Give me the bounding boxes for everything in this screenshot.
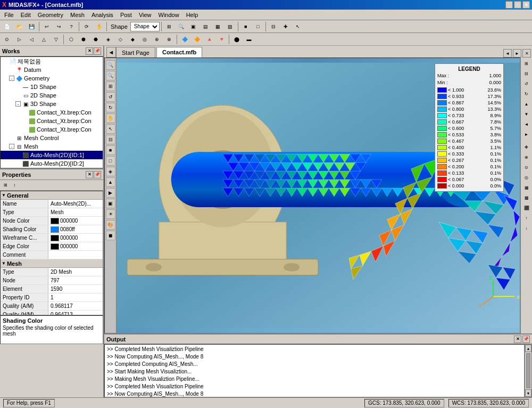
- maximize-button[interactable]: □: [514, 1, 521, 9]
- vp-zoom-out[interactable]: 🔍: [106, 71, 115, 80]
- vp-front[interactable]: ▶: [106, 188, 115, 198]
- rt-11[interactable]: ⊙: [522, 162, 531, 172]
- tree-toggle[interactable]: -: [9, 76, 14, 81]
- tree-toggle[interactable]: -: [9, 144, 14, 149]
- view-top[interactable]: ▦: [212, 21, 224, 32]
- output-scrollbar[interactable]: ▲ ▼: [525, 344, 532, 397]
- tb2-1[interactable]: ⊙: [1, 34, 13, 45]
- tb2-4[interactable]: △: [38, 34, 49, 45]
- general-section-header[interactable]: ▼ General: [1, 191, 103, 200]
- tb2-20[interactable]: ▬: [243, 34, 255, 45]
- works-header-buttons[interactable]: ✕ 📌: [86, 47, 101, 55]
- tree-item[interactable]: ⬛Auto-Mesh(2D)[ID:1]: [1, 151, 103, 159]
- viewport[interactable]: 🔍 🔍 ⊞ ↺ ↻ ✋ ↖ ⊟ ■ □ ◈ ▲ ▶ ▣ ☀ 🎨 ◼: [104, 58, 520, 333]
- vp-color[interactable]: 🎨: [106, 220, 115, 230]
- pan-button[interactable]: ✋: [93, 21, 105, 32]
- tree-item[interactable]: ⊞Mesh Control: [1, 134, 103, 142]
- props-pin-button[interactable]: 📌: [94, 171, 101, 178]
- tree-item[interactable]: ▭2D Shape: [1, 91, 103, 100]
- select-btn[interactable]: ↖: [292, 21, 304, 32]
- tree-item[interactable]: 🟩Contact_Xt.brep:Con: [1, 108, 103, 117]
- works-pin-button[interactable]: 📌: [94, 47, 101, 55]
- tb2-2[interactable]: ▷: [13, 34, 25, 45]
- snap-btn[interactable]: ✚: [280, 21, 292, 32]
- tb2-12[interactable]: ◎: [139, 34, 151, 45]
- tree-item[interactable]: —1D Shape: [1, 83, 103, 91]
- menu-geometry[interactable]: Geometry: [35, 11, 66, 19]
- tree-area[interactable]: 📄제목없음📍Datum-🔷Geometry—1D Shape▭2D Shape-…: [0, 56, 103, 168]
- vp-rot-y[interactable]: ↻: [106, 103, 115, 112]
- vp-light[interactable]: ☀: [106, 209, 115, 219]
- rt-10[interactable]: ⊕: [522, 152, 531, 162]
- view-zoom[interactable]: 🔍: [176, 21, 187, 32]
- rotate-button[interactable]: ⟳: [81, 21, 93, 32]
- tab-nav-right[interactable]: ►: [513, 49, 521, 58]
- tree-item[interactable]: 📍Datum: [1, 66, 103, 74]
- tb2-17[interactable]: 🔺: [203, 34, 215, 45]
- menu-post[interactable]: Post: [117, 11, 135, 19]
- color-swatch[interactable]: [51, 235, 59, 241]
- wire-btn[interactable]: □: [252, 21, 264, 32]
- works-close-button[interactable]: ✕: [86, 47, 93, 55]
- rt-13[interactable]: ▦: [522, 183, 531, 192]
- undo-button[interactable]: ↩: [41, 21, 53, 32]
- minimize-button[interactable]: _: [505, 1, 513, 9]
- tb2-3[interactable]: ◁: [26, 34, 37, 45]
- view-3d[interactable]: ▣: [188, 21, 200, 32]
- vp-pan[interactable]: ✋: [106, 113, 115, 123]
- general-toggle[interactable]: ▼: [2, 193, 6, 198]
- tb2-18[interactable]: 🔻: [215, 34, 227, 45]
- scroll-down-arrow[interactable]: ▼: [525, 389, 531, 397]
- rt-16[interactable]: ↑: [522, 213, 531, 223]
- vp-top[interactable]: ▲: [106, 177, 115, 187]
- tb2-8[interactable]: ⬣: [90, 34, 102, 45]
- color-swatch[interactable]: [51, 243, 59, 250]
- nav-left-button[interactable]: ◄: [106, 47, 116, 58]
- rt-9[interactable]: ✥: [522, 142, 531, 152]
- prop-value[interactable]: 000000: [48, 218, 103, 224]
- properties-header-buttons[interactable]: ✕ 📌: [86, 171, 101, 178]
- tb2-13[interactable]: ⊕: [151, 34, 163, 45]
- tree-item[interactable]: ⬛Auto-Mesh(2D)[ID:2]: [1, 159, 103, 168]
- tree-item[interactable]: 📄제목없음: [1, 57, 103, 66]
- save-button[interactable]: 💾: [26, 21, 37, 32]
- tree-item[interactable]: 🟩Contact_Xt.brep:Con: [1, 117, 103, 125]
- vp-shade[interactable]: ◈: [106, 167, 115, 176]
- tree-item[interactable]: -🔷Geometry: [1, 74, 103, 83]
- mesh-section-header[interactable]: ▼ Mesh: [1, 259, 103, 268]
- vp-zoom-in[interactable]: 🔍: [106, 60, 115, 70]
- vp-mesh-view[interactable]: ⊟: [106, 135, 115, 144]
- mesh-btn[interactable]: ⊟: [268, 21, 279, 32]
- rt-3[interactable]: ↺: [522, 79, 531, 88]
- tb2-7[interactable]: ⬢: [78, 34, 89, 45]
- output-header-buttons[interactable]: ✕ 📌: [514, 336, 530, 343]
- props-filter-btn[interactable]: ↕: [10, 181, 19, 190]
- rt-5[interactable]: ▲: [522, 99, 531, 109]
- prop-value[interactable]: 0080ff: [48, 226, 103, 233]
- props-sort-btn[interactable]: ⊞: [1, 181, 10, 190]
- vp-bg[interactable]: ◼: [106, 231, 115, 240]
- tree-item[interactable]: 🟩Contact_Xt.brep:Con: [1, 125, 103, 134]
- menu-mesh[interactable]: Mesh: [67, 11, 88, 19]
- vp-render[interactable]: ■: [106, 145, 115, 155]
- tb2-15[interactable]: 🔷: [179, 34, 190, 45]
- menu-edit[interactable]: Edit: [18, 11, 34, 19]
- rt-1[interactable]: ⊞: [522, 59, 531, 68]
- tab-start-page[interactable]: Start Page: [116, 47, 155, 58]
- rt-17[interactable]: ↓: [522, 223, 531, 233]
- tree-toggle[interactable]: -: [15, 101, 21, 107]
- tb2-10[interactable]: ◇: [114, 34, 126, 45]
- menu-window[interactable]: Window: [155, 11, 182, 19]
- vp-sel[interactable]: ↖: [106, 124, 115, 134]
- props-close-button[interactable]: ✕: [86, 171, 93, 178]
- tab-close[interactable]: ✕: [522, 49, 531, 58]
- tb2-6[interactable]: ⬡: [65, 34, 77, 45]
- window-controls[interactable]: _ □ ✕: [505, 1, 530, 9]
- tree-item[interactable]: -⊟Mesh: [1, 142, 103, 151]
- view-front[interactable]: ▤: [200, 21, 212, 32]
- prop-value[interactable]: 000000: [48, 243, 103, 250]
- mesh-toggle[interactable]: ▼: [2, 261, 6, 266]
- shape-combo[interactable]: Shape Mesh Result: [130, 22, 160, 31]
- close-button[interactable]: ✕: [522, 1, 530, 9]
- color-swatch[interactable]: [51, 226, 59, 233]
